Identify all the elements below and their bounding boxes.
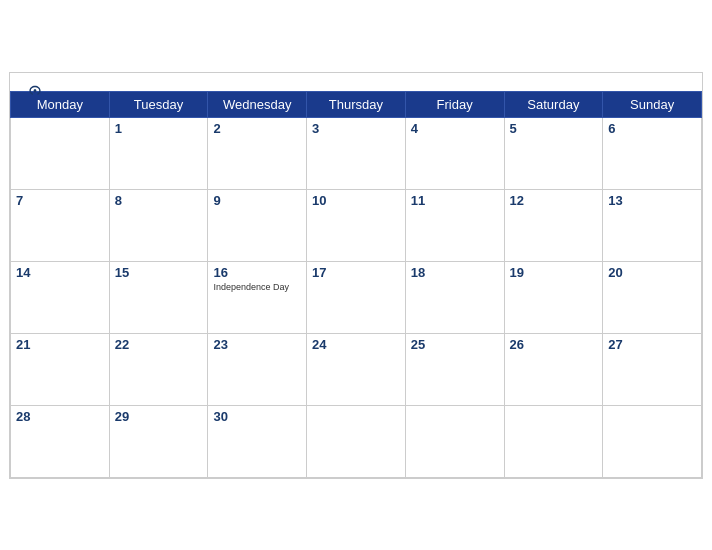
calendar-cell: 8 xyxy=(109,189,208,261)
week-row-0: 123456 xyxy=(11,117,702,189)
calendar-cell: 5 xyxy=(504,117,603,189)
weekday-header-saturday: Saturday xyxy=(504,91,603,117)
calendar-cell: 27 xyxy=(603,333,702,405)
day-number: 30 xyxy=(213,409,301,424)
calendar-cell: 29 xyxy=(109,405,208,477)
weekday-header-row: MondayTuesdayWednesdayThursdayFridaySatu… xyxy=(11,91,702,117)
calendar-cell xyxy=(504,405,603,477)
calendar-cell: 10 xyxy=(307,189,406,261)
calendar-cell: 23 xyxy=(208,333,307,405)
day-number: 18 xyxy=(411,265,499,280)
calendar-cell: 26 xyxy=(504,333,603,405)
calendar-cell: 19 xyxy=(504,261,603,333)
calendar-cell: 6 xyxy=(603,117,702,189)
day-number: 6 xyxy=(608,121,696,136)
day-number: 13 xyxy=(608,193,696,208)
week-row-4: 282930 xyxy=(11,405,702,477)
day-number: 8 xyxy=(115,193,203,208)
calendar-cell: 20 xyxy=(603,261,702,333)
day-number: 10 xyxy=(312,193,400,208)
calendar-container: MondayTuesdayWednesdayThursdayFridaySatu… xyxy=(9,72,703,479)
day-number: 17 xyxy=(312,265,400,280)
day-number: 26 xyxy=(510,337,598,352)
calendar-cell: 1 xyxy=(109,117,208,189)
week-row-3: 21222324252627 xyxy=(11,333,702,405)
week-row-2: 141516Independence Day17181920 xyxy=(11,261,702,333)
weekday-header-wednesday: Wednesday xyxy=(208,91,307,117)
calendar-cell xyxy=(405,405,504,477)
calendar-cell: 16Independence Day xyxy=(208,261,307,333)
day-number: 12 xyxy=(510,193,598,208)
calendar-cell: 25 xyxy=(405,333,504,405)
weekday-header-tuesday: Tuesday xyxy=(109,91,208,117)
calendar-header xyxy=(10,73,702,91)
holiday-label: Independence Day xyxy=(213,282,301,292)
calendar-cell: 18 xyxy=(405,261,504,333)
calendar-cell: 11 xyxy=(405,189,504,261)
logo xyxy=(26,83,42,97)
weekday-header-thursday: Thursday xyxy=(307,91,406,117)
day-number: 5 xyxy=(510,121,598,136)
calendar-cell xyxy=(603,405,702,477)
day-number: 24 xyxy=(312,337,400,352)
day-number: 9 xyxy=(213,193,301,208)
day-number: 1 xyxy=(115,121,203,136)
week-row-1: 78910111213 xyxy=(11,189,702,261)
calendar-cell: 21 xyxy=(11,333,110,405)
day-number: 28 xyxy=(16,409,104,424)
calendar-cell: 22 xyxy=(109,333,208,405)
day-number: 19 xyxy=(510,265,598,280)
day-number: 27 xyxy=(608,337,696,352)
calendar-cell: 13 xyxy=(603,189,702,261)
day-number: 2 xyxy=(213,121,301,136)
calendar-cell xyxy=(307,405,406,477)
calendar-cell: 17 xyxy=(307,261,406,333)
day-number: 14 xyxy=(16,265,104,280)
calendar-cell: 3 xyxy=(307,117,406,189)
calendar-cell: 14 xyxy=(11,261,110,333)
day-number: 22 xyxy=(115,337,203,352)
calendar-cell: 30 xyxy=(208,405,307,477)
calendar-grid: MondayTuesdayWednesdayThursdayFridaySatu… xyxy=(10,91,702,478)
day-number: 4 xyxy=(411,121,499,136)
logo-bird-icon xyxy=(28,83,42,97)
day-number: 3 xyxy=(312,121,400,136)
calendar-cell: 4 xyxy=(405,117,504,189)
day-number: 15 xyxy=(115,265,203,280)
calendar-cell xyxy=(11,117,110,189)
day-number: 29 xyxy=(115,409,203,424)
logo-blue-text xyxy=(26,83,42,97)
day-number: 25 xyxy=(411,337,499,352)
day-number: 21 xyxy=(16,337,104,352)
calendar-cell: 15 xyxy=(109,261,208,333)
calendar-cell: 24 xyxy=(307,333,406,405)
weekday-header-friday: Friday xyxy=(405,91,504,117)
day-number: 7 xyxy=(16,193,104,208)
calendar-cell: 2 xyxy=(208,117,307,189)
weekday-header-sunday: Sunday xyxy=(603,91,702,117)
day-number: 16 xyxy=(213,265,301,280)
day-number: 23 xyxy=(213,337,301,352)
calendar-cell: 7 xyxy=(11,189,110,261)
calendar-cell: 9 xyxy=(208,189,307,261)
day-number: 11 xyxy=(411,193,499,208)
day-number: 20 xyxy=(608,265,696,280)
calendar-cell: 12 xyxy=(504,189,603,261)
calendar-cell: 28 xyxy=(11,405,110,477)
